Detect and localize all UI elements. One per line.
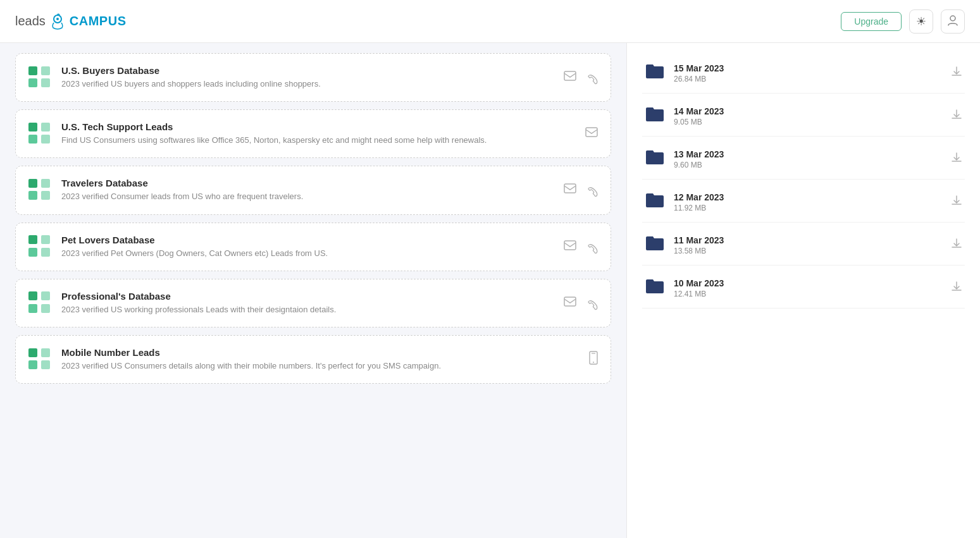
download-icon-5[interactable] [951, 281, 962, 295]
file-row-0: 15 Mar 202326.84 MB [642, 53, 965, 94]
db-icon-square-3 [41, 78, 50, 87]
db-icon-square-1 [41, 291, 50, 300]
file-info-1: 14 Mar 20239.05 MB [674, 106, 942, 126]
theme-toggle-button[interactable]: ☀ [909, 9, 933, 34]
file-date-4: 11 Mar 2023 [674, 235, 942, 245]
right-panel: 15 Mar 202326.84 MB14 Mar 20239.05 MB13 … [626, 43, 980, 538]
svg-point-2 [950, 16, 955, 21]
file-date-5: 10 Mar 2023 [674, 278, 942, 288]
svg-point-1 [56, 18, 59, 20]
folder-icon-2 [645, 148, 665, 170]
email-icon-pet-lovers[interactable] [564, 240, 576, 254]
db-desc-pet-lovers: 2023 verified Pet Owners (Dog Owners, Ca… [61, 248, 554, 259]
file-date-2: 13 Mar 2023 [674, 149, 942, 159]
header: leads CAMPUS Upgrade ☀ [0, 0, 980, 43]
db-title-mobile-number: Mobile Number Leads [61, 347, 579, 358]
file-info-2: 13 Mar 20239.60 MB [674, 149, 942, 169]
db-desc-us-buyers: 2023 verified US buyers and shoppers lea… [61, 78, 554, 90]
db-title-us-tech-support: U.S. Tech Support Leads [61, 121, 575, 132]
folder-icon-0 [645, 62, 665, 84]
download-icon-2[interactable] [951, 152, 962, 166]
db-title-professionals: Professional's Database [61, 291, 554, 302]
phone-icon-us-buyers[interactable] [586, 70, 598, 85]
svg-rect-4 [586, 128, 597, 137]
file-date-1: 14 Mar 2023 [674, 106, 942, 116]
folder-icon-3 [645, 191, 665, 213]
phone-icon-pet-lovers[interactable] [586, 240, 598, 254]
db-desc-mobile-number: 2023 verified US Consumers details along… [61, 360, 579, 372]
db-actions-professionals [564, 296, 598, 310]
db-title-travelers: Travelers Database [61, 178, 554, 188]
svg-rect-5 [564, 184, 576, 193]
db-icon-square-1 [41, 235, 50, 244]
db-actions-us-buyers [564, 70, 598, 85]
db-icon-square-1 [41, 348, 50, 357]
db-icon-square-3 [41, 248, 50, 257]
db-icon-pet-lovers [28, 235, 51, 258]
db-icon-square-1 [41, 179, 50, 188]
db-info-us-tech-support: U.S. Tech Support LeadsFind US Consumers… [61, 121, 575, 146]
db-icon-square-2 [28, 135, 37, 144]
db-info-professionals: Professional's Database2023 verified US … [61, 291, 554, 315]
download-icon-0[interactable] [951, 66, 962, 80]
file-size-4: 13.58 MB [674, 247, 942, 255]
folder-icon-5 [645, 277, 665, 299]
email-icon-travelers[interactable] [564, 183, 576, 197]
database-card-professionals: Professional's Database2023 verified US … [15, 279, 611, 327]
file-info-4: 11 Mar 202313.58 MB [674, 235, 942, 255]
db-icon-square-1 [41, 123, 50, 131]
file-row-5: 10 Mar 202312.41 MB [642, 268, 965, 309]
db-actions-mobile-number [589, 351, 598, 368]
header-right: Upgrade ☀ [841, 9, 965, 34]
phone-icon-travelers[interactable] [586, 183, 598, 197]
download-icon-1[interactable] [951, 109, 962, 123]
mobile-icon-mobile-number[interactable] [589, 351, 598, 368]
folder-icon-1 [645, 105, 665, 127]
download-icon-3[interactable] [951, 195, 962, 209]
file-size-0: 26.84 MB [674, 75, 942, 83]
logo-leads-text: leads [15, 14, 46, 28]
file-row-3: 12 Mar 202311.92 MB [642, 182, 965, 223]
file-size-2: 9.60 MB [674, 161, 942, 169]
db-icon-us-buyers [28, 66, 51, 89]
left-panel: U.S. Buyers Database2023 verified US buy… [0, 43, 626, 538]
db-icon-square-1 [41, 66, 50, 75]
svg-rect-6 [564, 241, 576, 250]
db-icon-travelers [28, 179, 51, 202]
db-info-us-buyers: U.S. Buyers Database2023 verified US buy… [61, 65, 554, 90]
sun-icon: ☀ [916, 15, 926, 28]
db-icon-professionals [28, 291, 51, 314]
file-row-2: 13 Mar 20239.60 MB [642, 139, 965, 180]
db-icon-square-2 [28, 191, 37, 200]
email-icon-professionals[interactable] [564, 297, 576, 310]
db-actions-travelers [564, 183, 598, 197]
db-desc-travelers: 2023 verified Consumer leads from US who… [61, 191, 554, 202]
db-icon-square-3 [41, 191, 50, 200]
db-info-travelers: Travelers Database2023 verified Consumer… [61, 178, 554, 202]
db-icon-square-0 [28, 123, 37, 131]
db-icon-square-0 [28, 291, 37, 300]
db-icon-square-2 [28, 248, 37, 257]
db-icon-square-0 [28, 66, 37, 75]
phone-icon-professionals[interactable] [586, 296, 598, 310]
db-icon-mobile-number [28, 348, 51, 371]
logo-icon [48, 12, 67, 31]
db-icon-square-3 [41, 360, 50, 369]
db-desc-professionals: 2023 verified US working professionals L… [61, 304, 554, 315]
database-card-us-tech-support: U.S. Tech Support LeadsFind US Consumers… [15, 109, 611, 158]
email-icon-us-buyers[interactable] [564, 71, 576, 84]
file-date-0: 15 Mar 2023 [674, 63, 942, 73]
db-icon-square-0 [28, 179, 37, 188]
database-card-us-buyers: U.S. Buyers Database2023 verified US buy… [15, 53, 611, 102]
svg-point-9 [593, 362, 594, 363]
db-icon-square-0 [28, 235, 37, 244]
db-icon-square-3 [41, 304, 50, 313]
database-card-pet-lovers: Pet Lovers Database2023 verified Pet Own… [15, 223, 611, 271]
db-desc-us-tech-support: Find US Consumers using softwares like O… [61, 135, 575, 146]
svg-rect-7 [564, 297, 576, 306]
email-icon-us-tech-support[interactable] [585, 127, 598, 140]
user-avatar-button[interactable] [941, 9, 965, 34]
download-icon-4[interactable] [951, 238, 962, 252]
upgrade-button[interactable]: Upgrade [841, 12, 902, 31]
db-icon-square-2 [28, 360, 37, 369]
